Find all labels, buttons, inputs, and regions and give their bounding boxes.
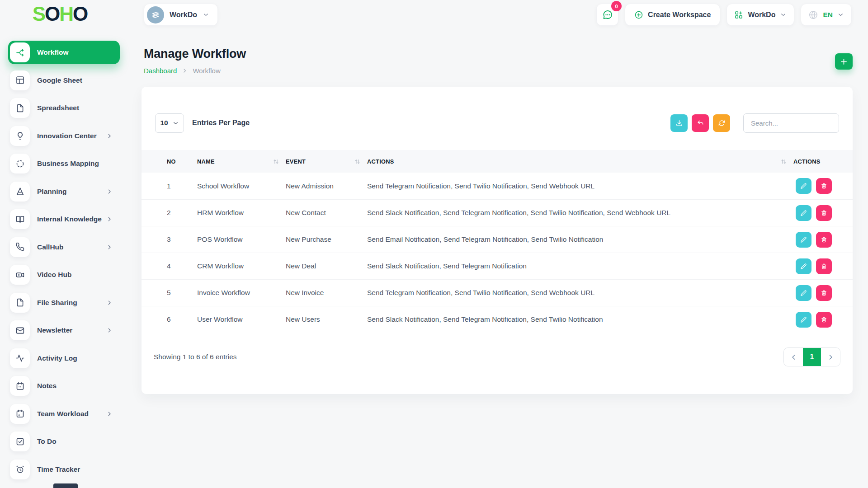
sidebar-item-label: Internal Knowledge (37, 215, 106, 223)
cell-no: 2 (142, 209, 197, 217)
sidebar-item-activity-log[interactable]: Activity Log (8, 347, 120, 370)
column-label: NO (167, 158, 176, 165)
column-label: EVENT (286, 158, 306, 165)
edit-row-button[interactable] (796, 258, 811, 274)
cell-no: 4 (142, 262, 197, 270)
sidebar-item-innovation-center[interactable]: Innovation Center (8, 124, 120, 148)
edit-row-button[interactable] (796, 178, 811, 194)
delete-row-button[interactable] (816, 205, 832, 221)
chevron-right-icon (106, 244, 113, 250)
chevron-down-icon (172, 120, 179, 127)
table-row-hrm-workflow: 2HRM WorkflowNew ContactSend Slack Notif… (142, 199, 853, 226)
sidebar-item-to-do[interactable]: To Do (8, 430, 120, 453)
delete-row-button[interactable] (816, 232, 832, 248)
breadcrumb-separator-icon (182, 68, 188, 74)
delete-row-button[interactable] (816, 285, 832, 301)
delete-row-button[interactable] (816, 312, 832, 328)
chevron-left-icon (790, 353, 797, 361)
brand-letter: S (33, 3, 45, 25)
delete-row-button[interactable] (816, 178, 832, 194)
file-icon (10, 293, 30, 313)
sort-icon (273, 158, 279, 165)
cell-actions: Send Email Notification, Send Telegram N… (367, 235, 793, 244)
undo-icon (697, 119, 704, 127)
breadcrumb-item-dashboard[interactable]: Dashboard (144, 67, 177, 75)
cell-no: 1 (142, 182, 197, 190)
language-button[interactable]: EN (801, 4, 852, 26)
table-row-crm-workflow: 4CRM WorkflowNew DealSend Slack Notifica… (142, 253, 853, 279)
message-circle-icon (602, 9, 613, 20)
app-menu-button[interactable]: WorkDo (726, 4, 794, 26)
cell-actions: Send Telegram Notification, Send Twilio … (367, 289, 793, 297)
sidebar-item-google-sheet[interactable]: Google Sheet (8, 69, 120, 92)
table-controls: 10 Entries Per Page (155, 113, 839, 133)
pencil-icon (800, 263, 807, 270)
cell-name: HRM Workflow (197, 209, 286, 217)
current-page-button[interactable]: 1 (803, 348, 821, 366)
reload-button[interactable] (713, 114, 730, 132)
topbar: WorkDo 0 Create Workspace WorkDo EN (144, 4, 852, 26)
sidebar-item-video-hub[interactable]: Video Hub (8, 263, 120, 286)
column-header-event[interactable]: EVENT (286, 158, 367, 165)
sidebar-item-team-workload[interactable]: Team Workload (8, 402, 120, 426)
topbar-right: 0 Create Workspace WorkDo EN (596, 4, 852, 26)
cell-row-buttons (793, 258, 853, 274)
edit-row-button[interactable] (796, 232, 811, 248)
entries-per-page-select[interactable]: 10 (155, 113, 184, 133)
chevron-down-icon (203, 11, 209, 18)
delete-row-button[interactable] (816, 258, 832, 274)
sidebar-item-label: Activity Log (37, 354, 113, 362)
sidebar-item-spreadsheet[interactable]: Spreadsheet (8, 96, 120, 120)
edit-row-button[interactable] (796, 285, 811, 301)
activity-icon (10, 348, 30, 368)
workflow-table: NONAMEEVENTACTIONSACTIONS 1School Workfl… (142, 150, 853, 333)
sidebar-item-label: Business Mapping (37, 160, 113, 168)
next-page-button[interactable] (821, 348, 840, 366)
sidebar-item-internal-knowledge[interactable]: Internal Knowledge (8, 207, 120, 231)
brand-logo[interactable]: SOHO (0, 3, 120, 25)
messages-button[interactable]: 0 (596, 4, 618, 26)
table-row-invoice-workflow: 5Invoice WorkflowNew InvoiceSend Telegra… (142, 279, 853, 306)
sort-icon (780, 158, 787, 165)
chevron-right-icon (106, 411, 113, 417)
breadcrumb-item-workflow: Workflow (193, 67, 220, 75)
cell-row-buttons (793, 285, 853, 301)
workspace-switcher[interactable]: WorkDo (144, 4, 218, 26)
brand-letter: O (45, 3, 59, 25)
sidebar-item-workflow[interactable]: Workflow (8, 41, 120, 64)
create-workspace-button[interactable]: Create Workspace (625, 4, 720, 26)
pagination: 1 (783, 347, 840, 366)
edit-row-button[interactable] (796, 205, 811, 221)
sidebar-item-label: File Sharing (37, 299, 106, 307)
column-header-name[interactable]: NAME (197, 158, 286, 165)
workspace-name: WorkDo (170, 11, 197, 19)
cell-name: Invoice Workflow (197, 289, 286, 297)
cell-no: 3 (142, 235, 197, 244)
sidebar-item-business-mapping[interactable]: Business Mapping (8, 152, 120, 175)
export-button[interactable] (670, 114, 688, 132)
edit-row-button[interactable] (796, 312, 811, 328)
alarm-clock-icon (10, 460, 30, 479)
cell-event: New Admission (286, 182, 367, 190)
mail-icon (10, 320, 30, 340)
previous-page-button[interactable] (784, 348, 803, 366)
cell-name: CRM Workflow (197, 262, 286, 270)
reset-button[interactable] (692, 114, 709, 132)
file-icon (10, 98, 30, 118)
sidebar-item-time-tracker[interactable]: Time Tracker (8, 458, 120, 481)
calendar-note-icon (10, 376, 30, 396)
sidebar-item-file-sharing[interactable]: File Sharing (8, 291, 120, 314)
sidebar-item-newsletter[interactable]: Newsletter (8, 319, 120, 342)
sidebar-item-notes[interactable]: Notes (8, 374, 120, 398)
search-input[interactable] (743, 113, 839, 133)
add-workflow-button[interactable] (835, 53, 853, 70)
refresh-icon (718, 119, 726, 127)
language-label: EN (823, 11, 833, 19)
brand-letter: O (73, 3, 87, 25)
sidebar-item-callhub[interactable]: CallHub (8, 235, 120, 259)
controls-right (670, 113, 839, 133)
trash-icon (821, 263, 827, 270)
sidebar-item-label: Workflow (37, 48, 113, 56)
sidebar-item-planning[interactable]: Planning (8, 180, 120, 203)
column-header-actions[interactable]: ACTIONS (367, 158, 793, 165)
